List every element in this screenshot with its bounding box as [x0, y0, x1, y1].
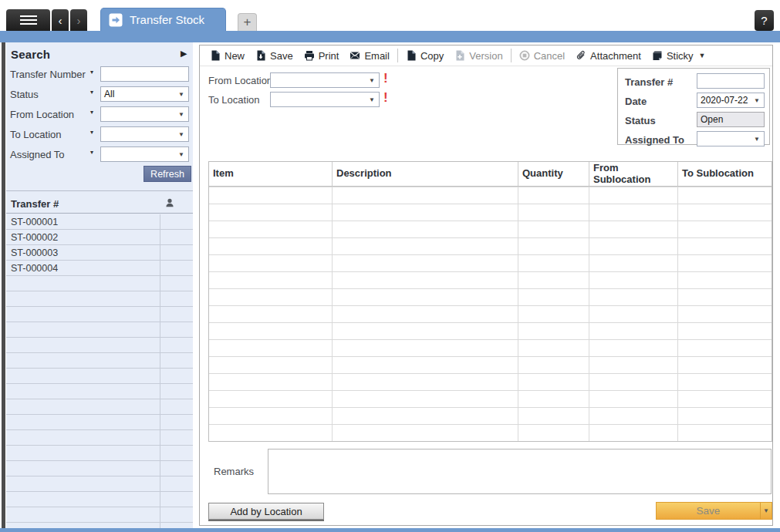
table-cell[interactable]: [209, 390, 333, 407]
forward-button[interactable]: ›: [70, 9, 87, 31]
assigned-to-select[interactable]: ▼: [100, 146, 189, 162]
table-cell[interactable]: [209, 424, 333, 441]
table-cell[interactable]: [518, 288, 589, 305]
table-cell[interactable]: [678, 322, 772, 339]
table-cell[interactable]: [678, 204, 772, 221]
help-button[interactable]: ?: [755, 10, 774, 31]
table-cell[interactable]: [209, 356, 333, 373]
status-select[interactable]: All ▼: [100, 86, 189, 102]
transfer-list-row[interactable]: ST-000001: [6, 214, 193, 230]
transfer-list-row[interactable]: [6, 384, 193, 399]
table-cell[interactable]: [333, 407, 518, 424]
table-cell[interactable]: [333, 339, 518, 356]
new-button[interactable]: New: [204, 45, 250, 66]
save-dropdown-caret-icon[interactable]: ▼: [760, 503, 772, 519]
table-cell[interactable]: [518, 254, 589, 271]
form-to-location-select[interactable]: ▼: [270, 92, 380, 107]
table-cell[interactable]: [589, 187, 678, 204]
table-cell[interactable]: [589, 204, 678, 221]
transfer-list-row[interactable]: [6, 446, 193, 461]
copy-button[interactable]: Copy: [400, 45, 449, 66]
table-cell[interactable]: [589, 424, 678, 441]
cancel-button[interactable]: Cancel: [514, 45, 570, 66]
transfer-list-row[interactable]: [6, 399, 193, 415]
table-cell[interactable]: [518, 356, 589, 373]
transfer-list-row[interactable]: ST-000002: [6, 230, 193, 245]
table-cell[interactable]: [589, 271, 678, 288]
transfer-list-row[interactable]: ST-000003: [6, 245, 193, 261]
table-cell[interactable]: [589, 237, 678, 254]
table-cell[interactable]: [333, 424, 518, 441]
transfer-list-row[interactable]: [6, 461, 193, 476]
print-button[interactable]: Print: [299, 45, 345, 66]
transfer-number-input[interactable]: [100, 66, 189, 82]
transfer-list-row[interactable]: [6, 353, 193, 369]
table-cell[interactable]: [209, 339, 333, 356]
add-by-location-button[interactable]: Add by Location: [208, 503, 324, 520]
transfer-list-row[interactable]: [6, 430, 193, 446]
transfer-list-row[interactable]: [6, 338, 193, 353]
table-cell[interactable]: [209, 187, 333, 204]
table-cell[interactable]: [333, 271, 518, 288]
table-cell[interactable]: [209, 221, 333, 237]
table-cell[interactable]: [333, 305, 518, 322]
table-cell[interactable]: [518, 271, 589, 288]
table-cell[interactable]: [209, 305, 333, 322]
transfer-list-row[interactable]: [6, 291, 193, 307]
table-cell[interactable]: [518, 322, 589, 339]
table-cell[interactable]: [333, 221, 518, 237]
new-tab-button[interactable]: +: [238, 13, 257, 31]
table-cell[interactable]: [333, 204, 518, 221]
table-cell[interactable]: [333, 288, 518, 305]
table-cell[interactable]: [678, 373, 772, 390]
table-cell[interactable]: [678, 356, 772, 373]
transfer-list-row[interactable]: [6, 369, 193, 384]
table-cell[interactable]: [678, 271, 772, 288]
table-cell[interactable]: [518, 221, 589, 237]
remarks-textarea[interactable]: [268, 449, 772, 494]
table-cell[interactable]: [678, 221, 772, 237]
table-cell[interactable]: [209, 407, 333, 424]
to-location-operator-caret-icon[interactable]: ▾: [90, 129, 93, 136]
table-cell[interactable]: [518, 339, 589, 356]
collapse-panel-arrow-icon[interactable]: ▶: [181, 49, 187, 59]
transfer-list-row[interactable]: [6, 276, 193, 291]
details-assigned-select[interactable]: ▼: [697, 131, 765, 146]
table-cell[interactable]: [678, 339, 772, 356]
table-cell[interactable]: [589, 339, 678, 356]
table-cell[interactable]: [678, 254, 772, 271]
table-cell[interactable]: [678, 237, 772, 254]
transfer-list-row[interactable]: ST-000004: [6, 261, 193, 276]
sticky-dropdown-caret-icon[interactable]: ▼: [699, 52, 706, 59]
table-cell[interactable]: [518, 305, 589, 322]
back-button[interactable]: ‹: [52, 9, 69, 31]
table-cell[interactable]: [518, 390, 589, 407]
table-cell[interactable]: [589, 356, 678, 373]
table-cell[interactable]: [589, 221, 678, 237]
table-cell[interactable]: [589, 373, 678, 390]
table-cell[interactable]: [518, 204, 589, 221]
table-cell[interactable]: [209, 254, 333, 271]
table-cell[interactable]: [589, 407, 678, 424]
table-cell[interactable]: [589, 305, 678, 322]
table-cell[interactable]: [678, 424, 772, 441]
save-button[interactable]: Save ▼: [656, 502, 772, 520]
to-location-select[interactable]: ▼: [100, 126, 189, 142]
table-cell[interactable]: [333, 254, 518, 271]
transfer-list-row[interactable]: [6, 415, 193, 430]
table-cell[interactable]: [678, 407, 772, 424]
table-cell[interactable]: [209, 237, 333, 254]
table-cell[interactable]: [678, 288, 772, 305]
table-cell[interactable]: [518, 373, 589, 390]
email-button[interactable]: Email: [344, 45, 395, 66]
table-cell[interactable]: [589, 254, 678, 271]
main-menu-button[interactable]: [6, 9, 50, 31]
table-cell[interactable]: [678, 305, 772, 322]
table-cell[interactable]: [333, 356, 518, 373]
version-button[interactable]: Version: [449, 45, 508, 66]
details-date-select[interactable]: 2020-07-22 ▼: [697, 93, 765, 108]
table-cell[interactable]: [333, 373, 518, 390]
table-cell[interactable]: [209, 373, 333, 390]
from-location-operator-caret-icon[interactable]: ▾: [90, 109, 93, 116]
table-cell[interactable]: [209, 322, 333, 339]
